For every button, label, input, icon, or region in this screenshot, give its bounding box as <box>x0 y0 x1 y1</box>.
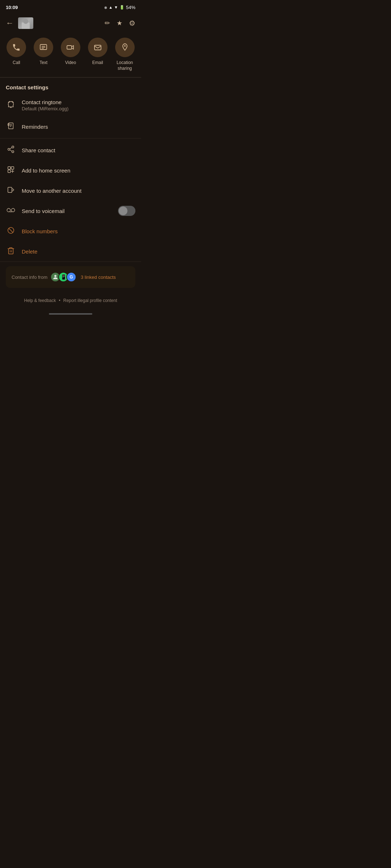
block-icon <box>6 226 16 236</box>
svg-point-24 <box>7 208 10 212</box>
svg-point-13 <box>12 146 14 148</box>
top-bar: ← ✏ ★ ⚙ <box>0 13 141 33</box>
delete-text: Delete <box>22 248 135 255</box>
svg-point-25 <box>11 208 14 212</box>
linked-avatar-3: G <box>66 272 76 282</box>
ringtone-text: Contact ringtone Default (MiRemix.ogg) <box>22 99 135 111</box>
homescreen-title: Add to home screen <box>22 167 135 174</box>
group-divider-1 <box>0 138 141 139</box>
location-circle <box>115 38 135 57</box>
settings-item-move[interactable]: Move to another account <box>0 180 141 201</box>
svg-line-28 <box>9 228 13 233</box>
svg-line-16 <box>10 147 12 149</box>
settings-item-homescreen[interactable]: Add to home screen <box>0 160 141 180</box>
settings-item-block[interactable]: Block numbers <box>0 221 141 241</box>
report-link[interactable]: Report illegal profile content <box>63 298 117 303</box>
voicemail-text: Send to voicemail <box>22 208 112 214</box>
action-text[interactable]: Text <box>32 38 55 66</box>
ringtone-subtitle: Default (MiRemix.ogg) <box>22 106 135 111</box>
status-time: 10:09 <box>6 5 18 10</box>
top-bar-left: ← <box>6 17 33 29</box>
svg-rect-4 <box>67 46 72 49</box>
settings-item-ringtone[interactable]: Contact ringtone Default (MiRemix.ogg) <box>0 94 141 116</box>
ringtone-title: Contact ringtone <box>22 99 135 105</box>
linked-contacts-row: Contact info from 📱 G 3 linked contacts <box>12 272 130 282</box>
svg-point-15 <box>12 150 14 153</box>
move-title: Move to another account <box>22 188 135 194</box>
reminders-text: Reminders <box>22 124 135 130</box>
battery-percent: 54% <box>126 5 135 10</box>
linked-icons-group: 📱 G <box>50 272 74 282</box>
svg-point-31 <box>54 275 56 277</box>
top-bar-right: ✏ ★ ⚙ <box>105 19 135 27</box>
battery-icon: 🔋 <box>119 5 125 10</box>
call-circle <box>7 38 26 57</box>
footer-links: Help & feedback • Report illegal profile… <box>0 292 141 309</box>
footer-dot: • <box>59 298 60 303</box>
block-title: Block numbers <box>22 228 135 234</box>
action-call[interactable]: Call <box>5 38 28 66</box>
voicemail-toggle-container <box>118 206 135 216</box>
linked-contacts-card[interactable]: Contact info from 📱 G 3 linked contacts <box>6 266 135 288</box>
move-text: Move to another account <box>22 188 135 194</box>
action-email[interactable]: Email <box>86 38 109 66</box>
status-bar: 10:09 ⎈ ▲ ▼ 🔋 54% <box>0 0 141 13</box>
section-divider-bottom <box>0 261 141 262</box>
text-circle <box>34 38 53 57</box>
linked-count: 3 linked contacts <box>81 275 116 280</box>
wifi-icon: ▼ <box>114 5 118 9</box>
delete-title: Delete <box>22 248 135 255</box>
actions-row: Call Text Video Email <box>0 33 141 77</box>
linked-prefix-text: Contact info from <box>12 275 47 280</box>
email-label: Email <box>92 60 103 66</box>
help-feedback-link[interactable]: Help & feedback <box>24 298 56 303</box>
action-location[interactable]: Location sharing <box>113 38 136 71</box>
voicemail-toggle[interactable] <box>118 206 135 216</box>
call-icon <box>12 43 21 52</box>
text-label: Text <box>39 60 47 66</box>
svg-rect-20 <box>8 170 10 173</box>
svg-rect-0 <box>40 44 47 50</box>
status-icons: ⎈ ▲ ▼ 🔋 54% <box>104 5 135 10</box>
svg-rect-5 <box>94 45 101 50</box>
homescreen-icon <box>6 166 16 175</box>
share-icon <box>6 145 16 155</box>
video-circle <box>61 38 80 57</box>
svg-rect-23 <box>8 187 12 192</box>
email-circle <box>88 38 108 57</box>
settings-item-voicemail[interactable]: Send to voicemail <box>0 201 141 221</box>
text-icon <box>39 43 48 52</box>
signal-icon: ▲ <box>109 5 113 9</box>
settings-item-delete[interactable]: Delete <box>0 241 141 261</box>
contact-settings-section: Contact settings Contact ringtone Defaul… <box>0 78 141 137</box>
edit-icon[interactable]: ✏ <box>105 19 110 27</box>
back-button[interactable]: ← <box>6 18 14 28</box>
toggle-knob <box>119 207 127 215</box>
voicemail-icon <box>6 206 16 216</box>
delete-icon <box>6 247 16 256</box>
video-label: Video <box>65 60 76 66</box>
share-title: Share contact <box>22 147 135 153</box>
reminders-title: Reminders <box>22 124 135 130</box>
star-icon[interactable]: ★ <box>117 19 122 27</box>
location-icon <box>121 43 129 52</box>
block-text: Block numbers <box>22 228 135 234</box>
contact-avatar <box>18 17 33 29</box>
contact-settings-header: Contact settings <box>0 78 141 94</box>
action-video[interactable]: Video <box>59 38 82 66</box>
homescreen-text: Add to home screen <box>22 167 135 174</box>
settings-icon[interactable]: ⚙ <box>129 19 135 27</box>
reminders-icon <box>6 122 16 132</box>
call-label: Call <box>13 60 20 66</box>
svg-point-14 <box>8 148 10 150</box>
video-icon <box>66 43 75 52</box>
settings-item-share[interactable]: Share contact <box>0 140 141 160</box>
bluetooth-icon: ⎈ <box>104 5 107 10</box>
svg-rect-19 <box>11 166 14 169</box>
location-label: Location sharing <box>117 60 133 71</box>
share-text: Share contact <box>22 147 135 153</box>
settings-item-reminders[interactable]: Reminders <box>0 116 141 137</box>
svg-line-17 <box>10 150 12 151</box>
svg-rect-18 <box>8 166 10 169</box>
move-icon <box>6 186 16 196</box>
